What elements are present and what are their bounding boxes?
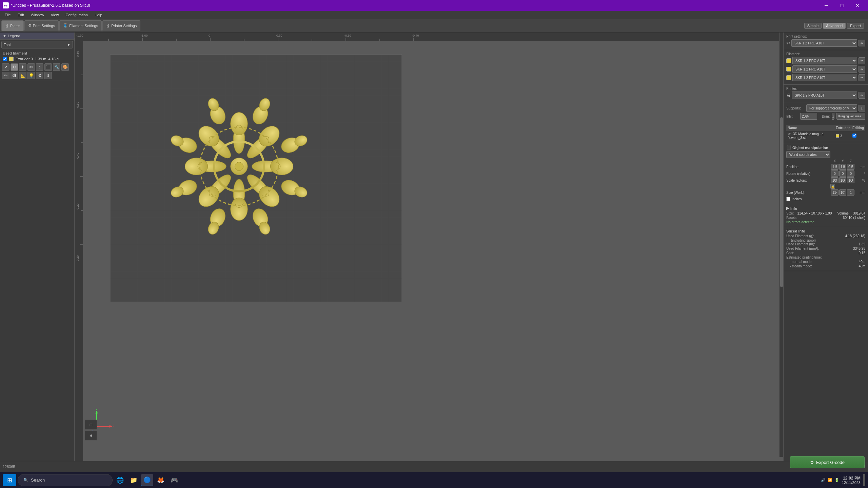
tool-pencil-btn[interactable]: ✏	[2, 72, 9, 79]
tool-light-btn[interactable]: 💡	[27, 72, 35, 79]
rotate-x[interactable]	[831, 170, 839, 177]
used-fil-mm3-row: Used Filament (mm³): 3345.25	[786, 247, 865, 250]
position-row: Position: mm	[786, 164, 865, 170]
view-mode-expert[interactable]: Expert	[847, 23, 864, 29]
model-svg	[168, 95, 310, 238]
tool-paint-btn[interactable]: 🎨	[61, 63, 69, 71]
taskbar: ⊞ 🔍 Search 🌐 📁 🔵 🦊 🎮 🔊 📶 🔋 12:02 PM 12/1…	[0, 472, 868, 488]
extruder-checkbox[interactable]	[3, 57, 7, 61]
legend-header[interactable]: ▼ Legend	[0, 33, 74, 40]
view-mode-simple[interactable]: Simple	[804, 23, 822, 29]
size-y[interactable]	[839, 189, 847, 196]
coord-system-dropdown[interactable]: World coordinates Local coordinates	[786, 151, 830, 158]
taskbar-prusaslicer[interactable]: 🔵	[141, 474, 153, 486]
filament-edit-btn-2[interactable]: ✏	[859, 66, 865, 73]
close-button[interactable]: ✕	[850, 0, 865, 11]
menu-view[interactable]: View	[47, 12, 62, 18]
print-config-edit-btn[interactable]: ✏	[859, 40, 865, 46]
tool-selector[interactable]: Tool ▼	[1, 41, 73, 48]
rotate-y[interactable]	[839, 170, 847, 177]
purging-volumes-btn[interactable]: Purging volumes...	[836, 113, 865, 120]
tab-filament-settings[interactable]: 🧵 Filament Settings	[59, 20, 102, 31]
taskbar-explorer[interactable]: 🌐	[114, 474, 126, 486]
menu-file[interactable]: File	[1, 12, 14, 18]
rotate-z[interactable]	[847, 170, 854, 177]
position-z[interactable]	[847, 164, 854, 170]
tool-settings-btn[interactable]: ⚙	[36, 72, 43, 79]
filament-select-1[interactable]: SKR 1.2 PRO A10T	[792, 57, 857, 64]
tool-rotate-btn[interactable]: ↻	[11, 63, 18, 71]
taskbar-firefox[interactable]: 🦊	[155, 474, 167, 486]
tab-plater[interactable]: 🖨 Plater	[1, 20, 24, 31]
svg-point-46	[231, 198, 248, 220]
brim-info-btn[interactable]: ℹ	[832, 113, 834, 120]
taskbar-files[interactable]: 📁	[127, 474, 140, 486]
taskbar-clock[interactable]: 12:02 PM 12/11/2023	[842, 476, 861, 485]
inches-checkbox[interactable]	[786, 197, 790, 201]
tab-print-settings[interactable]: ⚙ Print Settings	[24, 20, 59, 31]
tool-measure-btn[interactable]: 📐	[19, 72, 26, 79]
start-button[interactable]: ⊞	[3, 474, 16, 486]
filament-edit-btn-3[interactable]: ✏	[859, 74, 865, 81]
table-row[interactable]: 👁 3D Mandala mag...a flowers_3.stl 3	[786, 131, 865, 141]
scale-lock-icon[interactable]: 🔒	[830, 184, 835, 189]
tool-frame-btn[interactable]: 🖼	[11, 72, 18, 79]
view-mode-advanced[interactable]: Advanced	[823, 23, 846, 29]
scale-z[interactable]	[847, 177, 854, 183]
viewport-main[interactable]: X Y Z □ ⧫	[83, 41, 783, 461]
menu-edit[interactable]: Edit	[14, 12, 27, 18]
svg-text:X: X	[113, 424, 114, 428]
tool-scale-btn[interactable]: ↕	[36, 63, 43, 71]
infill-input[interactable]	[800, 113, 817, 120]
menu-help[interactable]: Help	[91, 12, 106, 18]
print-config-select[interactable]: SKR 1.2 PRO A10T	[791, 39, 857, 47]
menu-window[interactable]: Window	[27, 12, 47, 18]
filament-edit-btn-1[interactable]: ✏	[859, 57, 865, 64]
supports-select[interactable]: For support enforcers only	[806, 104, 857, 112]
status-coords-left: 128365	[3, 465, 15, 469]
printer-select[interactable]: SKR 1.2 PRO A10T	[792, 92, 857, 99]
tool-arrow-btn[interactable]: ↗	[2, 63, 9, 71]
obj-editing-checkbox[interactable]	[852, 134, 856, 138]
stealth-mode-key: - stealth mode:	[786, 264, 812, 268]
errors-val: No errors detected	[786, 220, 814, 224]
info-arrow-icon: ▶	[786, 206, 789, 210]
view-cube-front[interactable]: □	[85, 420, 97, 430]
tool-box-btn[interactable]: ⬛	[44, 63, 52, 71]
rotate-row: Rotate (relative): °	[786, 170, 865, 177]
obj-editing[interactable]	[851, 131, 865, 141]
viewport[interactable]: -1.90 -1.00 0 0.30 -0.60 -0.40 -0.3	[75, 33, 783, 461]
tool-cut-btn[interactable]: ✂	[27, 63, 35, 71]
viewport-scrollbar-vertical[interactable]	[779, 33, 783, 457]
supports-label: Supports:	[786, 106, 805, 110]
export-gcode-btn[interactable]: ⚙ Export G-code	[790, 456, 865, 468]
size-z[interactable]	[847, 189, 854, 196]
view-cube-perspective[interactable]: ⧫	[85, 430, 97, 441]
show-desktop-btn[interactable]	[863, 474, 865, 486]
size-x[interactable]	[831, 189, 839, 196]
used-fil-g-val: 4.18 (269.18)	[845, 234, 866, 238]
model-3d[interactable]	[168, 95, 310, 238]
scale-y[interactable]	[839, 177, 847, 183]
tool-move-btn[interactable]: ⬆	[19, 63, 26, 71]
scrollbar-thumb-v[interactable]	[780, 117, 783, 287]
filament-icon: 🧵	[63, 23, 68, 28]
tool-label: Tool	[4, 43, 11, 47]
tool-wrench-btn[interactable]: 🔧	[53, 63, 60, 71]
menu-configuration[interactable]: Configuration	[62, 12, 91, 18]
printer-edit-btn[interactable]: ✏	[859, 92, 865, 99]
supports-info-btn[interactable]: ℹ	[859, 105, 865, 111]
scale-x[interactable]	[831, 177, 839, 183]
tool-down-btn[interactable]: ⬇	[44, 72, 52, 79]
scale-label: Scale factors:	[786, 179, 830, 182]
position-x[interactable]	[831, 164, 839, 170]
filament-select-2[interactable]: SKR 1.2 PRO A10T	[792, 65, 857, 73]
position-y[interactable]	[839, 164, 847, 170]
tab-printer-settings[interactable]: 🖨 Printer Settings	[102, 20, 140, 31]
taskbar-search[interactable]: 🔍 Search	[18, 474, 113, 486]
maximize-button[interactable]: □	[834, 0, 850, 11]
minimize-button[interactable]: ─	[818, 0, 834, 11]
printer-icon-small: 🖨	[786, 93, 790, 98]
filament-select-3[interactable]: SKR 1.2 PRO A10T	[792, 74, 857, 81]
taskbar-app2[interactable]: 🎮	[168, 474, 180, 486]
